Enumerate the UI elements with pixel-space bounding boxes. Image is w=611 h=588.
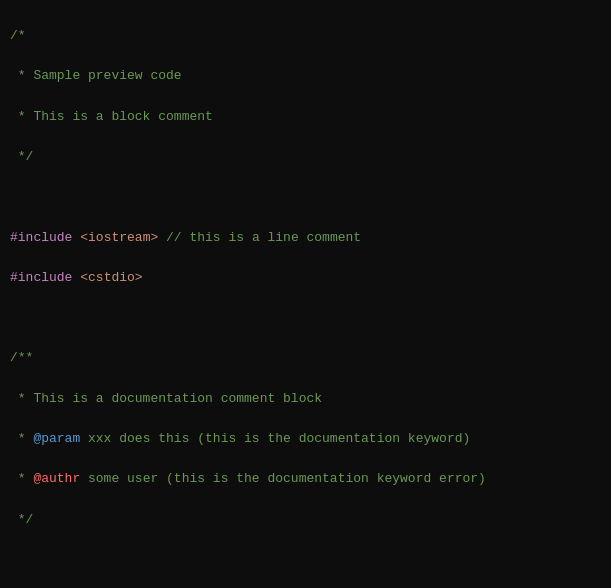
line-8: [10, 308, 601, 328]
line-1: /*: [10, 26, 601, 46]
line-2: * Sample preview code: [10, 66, 601, 86]
line-4: */: [10, 147, 601, 167]
line-14: [10, 550, 601, 570]
line-11: * @param xxx does this (this is the docu…: [10, 429, 601, 449]
line-5: [10, 187, 601, 207]
line-12: * @authr some user (this is the document…: [10, 469, 601, 489]
line-13: */: [10, 510, 601, 530]
line-10: * This is a documentation comment block: [10, 389, 601, 409]
code-editor: /* * Sample preview code * This is a blo…: [0, 0, 611, 588]
line-6: #include <iostream> // this is a line co…: [10, 228, 601, 248]
line-9: /**: [10, 348, 601, 368]
line-7: #include <cstdio>: [10, 268, 601, 288]
line-3: * This is a block comment: [10, 107, 601, 127]
